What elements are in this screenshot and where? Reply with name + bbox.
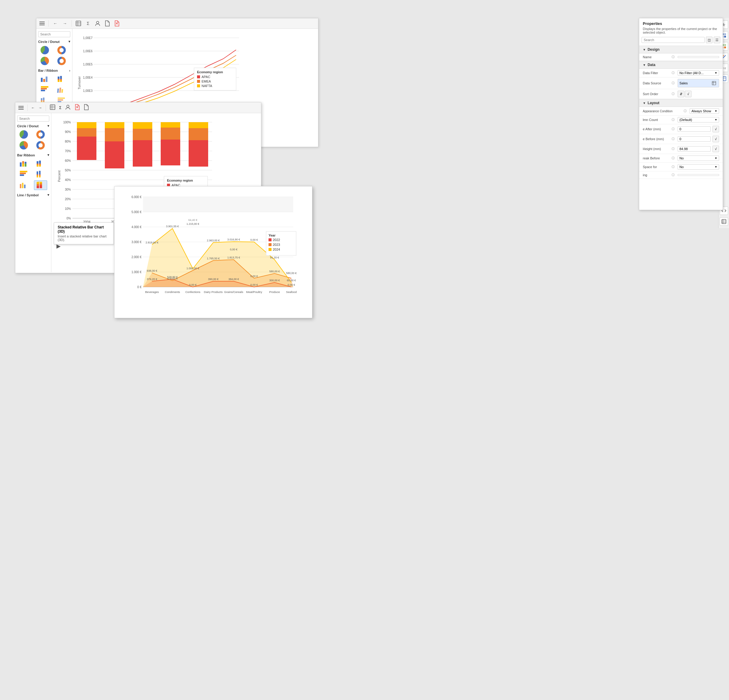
svg-rect-98 [22, 164, 24, 167]
rt-settings-icon[interactable] [720, 217, 728, 226]
svg-rect-161 [161, 122, 180, 128]
layout-section-header[interactable]: ▼ Layout [639, 99, 723, 107]
bar2-icon[interactable] [55, 74, 68, 84]
space-after-formula-btn[interactable]: √ [713, 126, 719, 132]
svg-rect-97 [22, 161, 24, 164]
mid-doc2-icon[interactable] [84, 104, 89, 111]
svg-rect-76 [724, 46, 726, 48]
spacing-row: ing ⓘ [639, 171, 723, 179]
height-value[interactable]: 84.98 [678, 146, 711, 152]
svg-text:0,00 €: 0,00 € [230, 248, 237, 251]
mid-hamburger-icon[interactable] [18, 106, 24, 110]
mid-table-icon[interactable] [49, 104, 55, 111]
mid-bar6-icon-selected[interactable] [34, 180, 47, 190]
svg-text:938,00 €: 938,00 € [147, 269, 157, 272]
svg-rect-159 [161, 139, 180, 165]
svg-rect-0 [76, 21, 81, 26]
undo-button[interactable]: ← [52, 20, 58, 26]
svg-rect-19 [57, 88, 59, 93]
properties-view-btn1[interactable]: ◫ [706, 37, 713, 43]
mid-redo-btn[interactable]: → [38, 106, 42, 110]
svg-rect-15 [60, 80, 62, 82]
data-section-header[interactable]: ▼ Data [639, 61, 723, 69]
circle-donut-icons [38, 45, 70, 66]
svg-text:1,00E3: 1,00E3 [83, 89, 93, 93]
svg-text:0,00 €: 0,00 € [288, 283, 295, 286]
svg-rect-106 [39, 165, 41, 167]
height-formula-btn[interactable]: √ [713, 146, 719, 152]
bar1-icon[interactable] [38, 74, 51, 84]
mid-donut2-icon[interactable] [34, 141, 47, 150]
redo-button[interactable]: → [62, 20, 68, 26]
mid-bar2-icon[interactable] [34, 159, 47, 168]
sort-asc-btn[interactable]: ⇵ [678, 91, 684, 97]
space-before-formula-btn[interactable]: √ [713, 136, 719, 142]
svg-text:580,00 €: 580,00 € [269, 270, 280, 273]
svg-rect-66 [712, 81, 716, 85]
sigma-icon[interactable]: Σ [85, 20, 91, 26]
front-chart-area: 6.000 € 5.000 € 4.000 € 3.000 € 2.000 € … [115, 186, 312, 318]
properties-title: Properties [639, 18, 723, 27]
mid-bar-ribbon-section[interactable]: Bar Ribbon ▾ [17, 153, 49, 157]
svg-text:4.000 €: 4.000 € [132, 225, 142, 229]
mid-line-symbol-section[interactable]: Line / Symbol ▾ [17, 193, 49, 197]
svg-rect-121 [37, 182, 39, 184]
svg-point-93 [67, 105, 69, 107]
mid-doc1-icon[interactable] [74, 104, 80, 111]
spacing-value[interactable] [678, 174, 719, 176]
mid-bar3-icon[interactable] [17, 170, 30, 179]
pagebreak-value[interactable]: No ▼ [678, 155, 719, 161]
mid-pie2-icon[interactable] [17, 141, 30, 150]
doc2-icon[interactable] [114, 20, 120, 26]
doc1-icon[interactable] [104, 20, 110, 26]
mid-circle-donut-section[interactable]: Circle / Donut ▾ [17, 124, 49, 128]
space-before-value[interactable]: 0 [678, 136, 711, 142]
design-section-header[interactable]: ▼ Design [639, 46, 723, 54]
mid-search-input[interactable] [17, 116, 49, 122]
svg-text:0,00 €: 0,00 € [250, 275, 258, 278]
data-source-value[interactable]: Sales [678, 79, 719, 87]
hamburger-menu-icon[interactable] [39, 22, 45, 25]
svg-text:Percent: Percent [57, 171, 61, 182]
column-count-value[interactable]: (Default) ▼ [678, 117, 719, 122]
pie-chart2-icon[interactable] [38, 56, 51, 66]
svg-rect-13 [60, 76, 62, 79]
mid-bar4-icon[interactable] [34, 170, 47, 179]
svg-rect-101 [37, 161, 38, 164]
svg-text:Z: Z [725, 67, 726, 70]
chart-tooltip: Stacked Relative Bar Chart (3D) Insert a… [54, 222, 114, 244]
mid-sigma-icon[interactable]: Σ [59, 106, 61, 110]
name-row: Name ⓘ [639, 54, 723, 61]
appearance-value[interactable]: Always Show ▼ [690, 108, 719, 114]
mid-pie1-icon[interactable] [17, 130, 30, 139]
mid-bar5-icon[interactable] [17, 180, 30, 190]
data-filter-value[interactable]: No Filter (All D... ▼ [678, 70, 719, 75]
bar-ribbon-section[interactable]: Bar / Ribbon › [38, 69, 70, 72]
space-for-value[interactable]: No ▼ [678, 164, 719, 170]
svg-text:70%: 70% [65, 149, 71, 153]
mid-person-icon[interactable] [65, 104, 71, 111]
back-search-input[interactable] [38, 31, 70, 37]
svg-rect-123 [40, 183, 42, 185]
svg-rect-103 [37, 165, 38, 167]
pie-chart-icon[interactable] [38, 45, 51, 55]
circle-donut-section[interactable]: Circle / Donut ▾ [38, 40, 70, 43]
svg-text:1,00E4: 1,00E4 [83, 76, 93, 79]
mid-undo-btn[interactable]: ← [31, 106, 35, 110]
name-value[interactable] [678, 56, 719, 58]
space-after-value[interactable]: 0 [678, 126, 711, 132]
person-icon[interactable] [94, 20, 101, 26]
donut-chart-icon[interactable] [55, 45, 68, 55]
mid-bar1-icon[interactable] [17, 159, 30, 168]
properties-search-input[interactable] [642, 37, 705, 43]
sort-formula-btn[interactable]: √ [685, 91, 691, 97]
donut-chart2-icon[interactable] [55, 56, 68, 66]
table-icon[interactable] [76, 20, 81, 26]
data-source-edit-btn[interactable] [711, 80, 717, 87]
bar3-icon[interactable] [38, 85, 51, 94]
bar4-icon[interactable] [55, 85, 68, 94]
properties-view-btn2[interactable]: ☷ [714, 37, 720, 43]
svg-text:1.813,75 €: 1.813,75 € [227, 256, 240, 259]
mid-donut1-icon[interactable] [34, 130, 47, 139]
svg-rect-113 [39, 171, 41, 174]
